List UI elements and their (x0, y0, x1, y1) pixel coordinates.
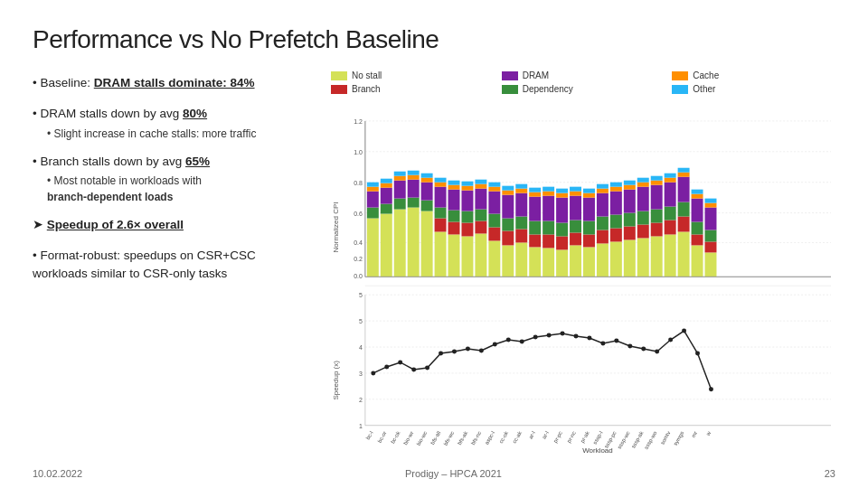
bar-dram-9 (475, 189, 486, 210)
legend-other-box (672, 85, 688, 94)
bar-cache-4 (408, 175, 420, 180)
bar-dram-22 (651, 185, 663, 210)
bar-branch-17 (583, 234, 595, 247)
bar-dep-3 (394, 199, 406, 210)
bar-branch-22 (651, 223, 663, 237)
bar-cache-20 (624, 185, 636, 190)
xlabel-13: ar-l (528, 430, 537, 439)
bullet-1: • Baseline: DRAM stalls dominate: 84% (33, 74, 313, 92)
bar-dep-22 (651, 210, 663, 223)
speedup-dot-20 (627, 344, 632, 349)
xlabel-20: sssp-wc (617, 430, 631, 450)
xlabel-26: w (705, 430, 712, 437)
bullet-4: ➤ Speedup of 2.6× overall (33, 216, 313, 234)
xlabel-3: bc-ok (390, 430, 401, 445)
svg-text:0.8: 0.8 (354, 180, 363, 186)
svg-text:3: 3 (359, 371, 363, 377)
bar-nostall-16 (570, 245, 581, 277)
chart-svg: Normalized CPI 1.2 1.0 0.8 0.6 0.4 (331, 99, 835, 455)
bar-branch-20 (624, 226, 636, 239)
bar-dram-24 (678, 177, 690, 202)
xlabel-24: symgs (673, 430, 685, 446)
bar-dram-4 (408, 180, 420, 198)
footer: 10.02.2022 Prodigy – HPCA 2021 23 (33, 468, 835, 479)
xlabel-1: bc-l (365, 430, 374, 440)
svg-text:5: 5 (359, 318, 363, 324)
bar-nostall-1 (367, 219, 379, 277)
bar-branch-24 (678, 217, 690, 232)
bar-other-14 (542, 187, 554, 192)
bar-nostall-26 (705, 252, 717, 277)
bar-dram-15 (556, 198, 568, 223)
bar-cache-19 (610, 187, 622, 192)
bar-other-1 (367, 183, 379, 187)
xlabel-5: bio-wc (416, 430, 429, 446)
bar-dram-23 (665, 183, 676, 207)
bar-cache-15 (556, 193, 568, 198)
bar-other-20 (624, 181, 636, 185)
bullet-2-group: • DRAM stalls down by avg 80% • Slight i… (33, 105, 313, 141)
legend-cache-label: Cache (693, 70, 719, 80)
bar-nostall-15 (556, 249, 568, 277)
legend-branch-box (331, 85, 347, 94)
bar-other-6 (435, 178, 447, 183)
bar-dep-24 (678, 202, 690, 217)
bar-nostall-4 (408, 208, 420, 277)
bar-dram-2 (381, 188, 392, 204)
bar-nostall-3 (394, 210, 406, 277)
bar-cache-21 (637, 183, 649, 187)
bar-dep-21 (637, 211, 649, 225)
footer-date: 10.02.2022 (33, 468, 82, 479)
speedup-dot-26 (709, 387, 713, 391)
bar-branch-11 (502, 230, 514, 245)
bar-branch-8 (461, 223, 473, 237)
bullet-3-group: • Branch stalls down by avg 65% • Most n… (33, 153, 313, 205)
xlabel-2: bc-or (377, 430, 388, 444)
xlabel-21: sssp-ak (630, 430, 644, 449)
bar-nostall-13 (529, 247, 541, 277)
bar-dep-5 (421, 201, 433, 211)
bar-cache-8 (461, 186, 473, 191)
speedup-dot-18 (600, 342, 605, 346)
footer-page: 23 (825, 468, 835, 479)
bar-dep-10 (488, 214, 500, 228)
bar-dep-7 (448, 211, 460, 222)
bar-dram-12 (515, 193, 527, 217)
bar-nostall-18 (597, 243, 609, 277)
legend-other-label: Other (693, 84, 715, 94)
legend-cache-box (672, 71, 688, 80)
speedup-dot-17 (587, 336, 591, 341)
bullet-5: • Format-robust: speedups on CSR+CSC wor… (33, 247, 313, 284)
bar-dram-8 (461, 191, 473, 211)
bar-branch-15 (556, 236, 568, 249)
speedup-dot-21 (641, 347, 646, 352)
bar-other-17 (583, 189, 595, 193)
bar-other-10 (488, 183, 500, 187)
chart-container: Normalized CPI 1.2 1.0 0.8 0.6 0.4 (331, 99, 835, 455)
legend-dram: DRAM (502, 70, 665, 80)
bar-nostall-11 (502, 245, 514, 277)
bar-other-16 (570, 187, 581, 192)
legend-branch: Branch (331, 84, 495, 94)
bar-dram-7 (448, 190, 460, 211)
bar-dram-16 (570, 196, 581, 221)
speedup-dot-2 (384, 364, 389, 369)
content-area: • Baseline: DRAM stalls dominate: 84% • … (33, 70, 835, 454)
bar-dram-11 (502, 195, 514, 219)
bullet-4-bold: Speedup of 2.6× overall (47, 218, 184, 231)
bar-nostall-2 (381, 214, 392, 277)
legend-dependency: Dependency (502, 84, 665, 94)
bullet-3-sub-1: • Most notable in workloads with (33, 173, 313, 189)
bar-dram-18 (597, 193, 609, 217)
bar-nostall-17 (583, 247, 595, 277)
speedup-dot-12 (520, 340, 524, 344)
legend-no-stall-box (331, 71, 347, 80)
svg-text:1.2: 1.2 (354, 118, 363, 125)
xlabel-25: mr (691, 430, 699, 438)
bar-dram-14 (542, 196, 554, 221)
legend-branch-label: Branch (352, 84, 381, 94)
bar-nostall-8 (461, 236, 473, 277)
bar-nostall-10 (488, 240, 500, 277)
bar-branch-9 (475, 221, 486, 234)
xlabel-15: pr-pc (552, 430, 563, 444)
